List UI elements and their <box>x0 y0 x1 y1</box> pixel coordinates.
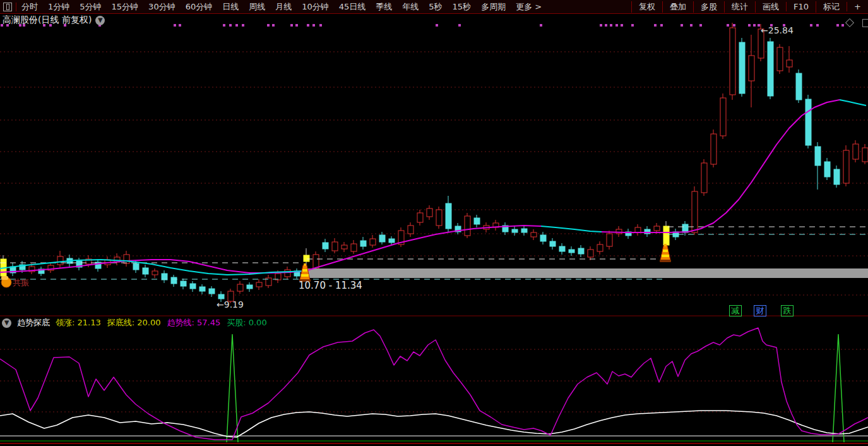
candle-body <box>370 239 376 245</box>
candle-body <box>218 294 224 299</box>
candle-body <box>616 229 622 234</box>
signal-dot <box>654 24 657 27</box>
lighthouse-stripe <box>302 269 307 272</box>
signal-dot <box>810 24 812 27</box>
candle-body <box>389 239 395 243</box>
signal-dot <box>235 24 238 27</box>
menu-item-5[interactable]: 60分钟 <box>181 1 218 13</box>
candle-body <box>749 56 754 81</box>
badge-0: 减 <box>729 305 742 316</box>
candle-body <box>739 42 745 93</box>
menu-item-9[interactable]: 10分钟 <box>297 1 334 13</box>
candle-body <box>247 285 253 289</box>
candle-body <box>57 256 63 265</box>
chart-title-bar[interactable]: 高澜股份(日线 前复权) ▼ <box>3 15 105 26</box>
signal-dot <box>458 24 461 27</box>
window-icon[interactable] <box>3 3 12 11</box>
chevron-down-icon[interactable]: ▼ <box>95 16 105 25</box>
menu-item-12[interactable]: 年线 <box>397 1 424 13</box>
candle-body <box>124 255 129 263</box>
menu-item-11[interactable]: 季线 <box>371 1 397 13</box>
tool-button-1[interactable]: 叠加 <box>662 1 693 13</box>
buy-signal-spike <box>833 334 844 442</box>
candle-body <box>199 287 205 291</box>
lighthouse-stripe <box>663 250 668 252</box>
candle-body <box>853 144 859 159</box>
candle-body <box>256 282 262 287</box>
signal-dot <box>272 24 275 27</box>
indicator-chevron-icon[interactable]: ▼ <box>2 318 11 328</box>
candle-body <box>181 281 186 286</box>
candle-body <box>427 208 432 217</box>
menu-item-10[interactable]: 45日线 <box>334 1 371 13</box>
signal-dot <box>733 24 735 27</box>
signal-dot <box>229 24 232 27</box>
menu-item-0[interactable]: 分时 <box>16 1 43 13</box>
lighthouse-stripe <box>301 274 309 277</box>
tool-button-7[interactable]: + <box>847 2 868 11</box>
menu-item-8[interactable]: 月线 <box>270 1 297 13</box>
tool-button-3[interactable]: 统计 <box>724 1 755 13</box>
candle-body <box>446 203 451 229</box>
candle-body <box>360 241 366 246</box>
page-title: 高澜股份(日线 前复权) <box>3 15 92 26</box>
menu-item-6[interactable]: 日线 <box>217 1 244 13</box>
menu-item-15[interactable]: 多周期 <box>476 1 511 13</box>
indicator-field-0: 领涨: 21.13 <box>56 317 101 328</box>
candle-body <box>313 255 319 268</box>
ma-line-magenta <box>0 226 541 273</box>
badge-2: 跌 <box>781 305 794 316</box>
candle-body <box>521 229 527 232</box>
candle-body <box>550 241 556 246</box>
menu-item-4[interactable]: 30分钟 <box>143 1 181 13</box>
corner-box-icon[interactable] <box>862 19 868 27</box>
menu-bar: 分时1分钟5分钟15分钟30分钟60分钟日线周线月线10分钟45日线季线年线5秒… <box>0 0 868 14</box>
signal-dot <box>836 24 839 27</box>
indicator-name[interactable]: 趋势探底 <box>17 317 50 328</box>
tool-button-0[interactable]: 复权 <box>631 1 662 13</box>
tool-button-2[interactable]: 多股 <box>693 1 724 13</box>
tool-button-6[interactable]: 标记 <box>816 1 847 13</box>
candle-body <box>815 147 821 166</box>
tool-button-5[interactable]: F10 <box>786 2 816 11</box>
candle-body <box>663 226 669 245</box>
lighthouse-stripe <box>662 255 669 257</box>
candle-body <box>379 235 385 242</box>
menu-item-16[interactable]: 更多 > <box>511 1 547 13</box>
signal-dot <box>295 24 298 27</box>
signal-dot <box>267 24 270 27</box>
candle-body <box>768 42 773 96</box>
menu-item-3[interactable]: 15分钟 <box>107 1 144 13</box>
period-menu: 分时1分钟5分钟15分钟30分钟60分钟日线周线月线10分钟45日线季线年线5秒… <box>16 1 547 13</box>
chart-annotation: ←9.19 <box>217 299 244 310</box>
signal-dot <box>748 24 751 27</box>
signal-dot <box>699 24 702 27</box>
signal-dot <box>242 24 244 27</box>
menu-item-14[interactable]: 15秒 <box>448 1 477 13</box>
candle-body <box>692 191 698 232</box>
menu-item-7[interactable]: 周线 <box>244 1 270 13</box>
signal-dot <box>660 24 663 27</box>
candle-body <box>862 148 868 162</box>
menu-item-1[interactable]: 1分钟 <box>43 1 74 13</box>
signal-dot <box>816 24 819 27</box>
indicator-values: 领涨: 21.13探底线: 20.00趋势线: 57.45买股: 0.00 <box>56 317 267 328</box>
candle-body <box>285 270 290 277</box>
price-chart-canvas[interactable]: ←25.84←9.1910.70 - 11.34共振 <box>0 0 868 446</box>
candle-body <box>597 244 603 251</box>
candle-body <box>474 218 480 224</box>
candle-body <box>588 250 593 257</box>
candle-body <box>834 169 840 184</box>
menu-item-2[interactable]: 5分钟 <box>74 1 106 13</box>
signal-dot <box>319 24 322 27</box>
candle-body <box>720 98 726 136</box>
candle-body <box>417 213 423 222</box>
menu-item-13[interactable]: 5秒 <box>424 1 447 13</box>
tool-button-4[interactable]: 画线 <box>755 1 786 13</box>
lighthouse-icon <box>660 246 670 260</box>
candle-body <box>777 47 783 71</box>
candle-body <box>824 162 830 177</box>
lighthouse-base <box>660 260 671 262</box>
signal-dot <box>312 24 315 27</box>
lighthouse-top <box>664 244 667 246</box>
